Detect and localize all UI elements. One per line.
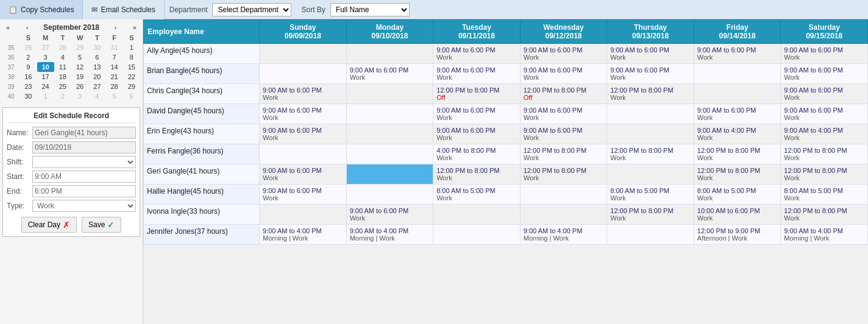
schedule-cell[interactable]: 12:00 PM to 8:00 PMWork (607, 84, 694, 104)
schedule-cell[interactable]: 9:00 AM to 6:00 PMWork (260, 104, 347, 124)
schedule-cell[interactable]: 12:00 PM to 9:00 PMAfternoon | Work (694, 225, 781, 245)
schedule-cell[interactable]: 9:00 AM to 6:00 PMWork (520, 64, 607, 84)
schedule-cell[interactable]: 12:00 PM to 8:00 PMWork (781, 205, 868, 225)
schedule-cell[interactable] (694, 64, 781, 84)
cal-day-cell[interactable]: 14 (106, 62, 123, 72)
schedule-cell[interactable]: 9:00 AM to 6:00 PMWork (433, 124, 521, 144)
schedule-cell[interactable] (260, 64, 347, 84)
copy-schedules-button[interactable]: 📋 Copy Schedules (0, 0, 83, 19)
cal-day-cell[interactable]: 30 (88, 43, 105, 52)
schedule-cell[interactable]: 9:00 AM to 6:00 PMWork (260, 185, 347, 205)
schedule-cell[interactable] (346, 44, 433, 64)
schedule-cell[interactable]: 12:00 PM to 8:00 PMWork (694, 144, 781, 164)
cal-day-cell[interactable]: 16 (20, 72, 37, 82)
schedule-cell[interactable]: 9:00 AM to 6:00 PMWork (781, 104, 868, 124)
cal-day-cell[interactable]: 29 (71, 43, 88, 52)
schedule-cell[interactable] (346, 84, 433, 104)
cal-day-cell[interactable]: 3 (37, 52, 54, 62)
schedule-cell[interactable] (346, 185, 433, 205)
schedule-cell[interactable]: 9:00 AM to 6:00 PMWork (520, 104, 607, 124)
schedule-cell[interactable]: 8:00 AM to 5:00 PMWork (694, 185, 781, 205)
schedule-cell[interactable] (520, 185, 607, 205)
start-input[interactable] (32, 171, 136, 183)
cal-day-cell[interactable]: 30 (20, 91, 37, 101)
schedule-cell[interactable]: 9:00 AM to 4:00 PMMorning | Work (346, 225, 433, 245)
cal-day-cell[interactable]: 1 (37, 91, 54, 101)
schedule-cell[interactable] (260, 144, 347, 164)
schedule-cell[interactable]: 9:00 AM to 4:00 PMMorning | Work (781, 225, 868, 245)
cal-day-cell[interactable]: 19 (71, 72, 88, 82)
cal-day-cell[interactable]: 5 (71, 52, 88, 62)
cal-next-next[interactable]: » (132, 24, 138, 31)
cal-day-cell[interactable]: 9 (20, 62, 37, 72)
cal-day-cell[interactable]: 27 (37, 43, 54, 52)
cal-day-cell[interactable]: 26 (71, 82, 88, 91)
schedule-cell[interactable] (520, 205, 607, 225)
save-button[interactable]: Save ✓ (82, 217, 121, 233)
schedule-cell[interactable] (346, 104, 433, 124)
schedule-cell[interactable]: 9:00 AM to 6:00 PMWork (260, 124, 347, 144)
schedule-cell[interactable]: 9:00 AM to 6:00 PMWork (694, 104, 781, 124)
cal-day-cell[interactable]: 4 (54, 52, 71, 62)
cal-day-cell[interactable]: 21 (106, 72, 123, 82)
cal-day-cell[interactable]: 18 (54, 72, 71, 82)
schedule-cell[interactable]: 12:00 PM to 8:00 PMWork (433, 164, 521, 185)
schedule-cell[interactable]: 12:00 PM to 8:00 PMWork (520, 164, 607, 185)
schedule-cell[interactable]: 9:00 AM to 6:00 PMWork (607, 64, 694, 84)
cal-day-cell[interactable]: 31 (106, 43, 123, 52)
cal-day-cell[interactable]: 10 (37, 62, 54, 72)
cal-day-cell[interactable]: 3 (71, 91, 88, 101)
cal-day-cell[interactable]: 25 (54, 82, 71, 91)
schedule-cell[interactable]: 9:00 AM to 6:00 PMWork (520, 44, 607, 64)
type-select[interactable]: Work (32, 200, 136, 212)
cal-day-cell[interactable]: 1 (123, 43, 140, 52)
cal-day-cell[interactable]: 29 (123, 82, 140, 91)
schedule-cell[interactable]: 9:00 AM to 6:00 PMWork (520, 124, 607, 144)
schedule-cell[interactable] (346, 144, 433, 164)
schedule-cell[interactable] (607, 164, 694, 185)
cal-day-cell[interactable]: 24 (37, 82, 54, 91)
schedule-cell[interactable] (607, 225, 694, 245)
schedule-cell[interactable]: 9:00 AM to 4:00 PMWork (694, 124, 781, 144)
schedule-cell[interactable] (433, 205, 521, 225)
cal-prev[interactable]: ‹ (25, 24, 30, 31)
schedule-cell[interactable] (607, 124, 694, 144)
cal-day-cell[interactable]: 2 (54, 91, 71, 101)
schedule-cell[interactable] (260, 205, 347, 225)
clear-day-button[interactable]: Clear Day ✗ (21, 217, 77, 233)
schedule-cell[interactable]: 12:00 PM to 8:00 PMOff (520, 84, 607, 104)
cal-day-cell[interactable]: 17 (37, 72, 54, 82)
schedule-cell[interactable]: 8:00 AM to 5:00 PMWork (433, 185, 521, 205)
schedule-cell[interactable]: 9:00 AM to 6:00 PMWork (260, 164, 347, 185)
cal-day-cell[interactable]: 13 (88, 62, 105, 72)
schedule-cell[interactable]: 12:00 PM to 8:00 PMOff (433, 84, 521, 104)
schedule-cell[interactable]: 9:00 AM to 6:00 PMWork (781, 64, 868, 84)
department-select[interactable]: Select Department (212, 3, 291, 16)
schedule-cell[interactable]: 8:00 AM to 5:00 PMWork (781, 185, 868, 205)
cal-day-cell[interactable]: 26 (20, 43, 37, 52)
schedule-cell[interactable]: 9:00 AM to 6:00 PMWork (433, 104, 521, 124)
cal-day-cell[interactable]: 5 (106, 91, 123, 101)
schedule-cell[interactable] (694, 84, 781, 104)
schedule-cell[interactable]: 10:00 AM to 6:00 PMWork (694, 205, 781, 225)
schedule-cell[interactable]: 9:00 AM to 6:00 PMWork (433, 64, 521, 84)
cal-day-cell[interactable]: 6 (123, 91, 140, 101)
schedule-cell[interactable]: 12:00 PM to 8:00 PMWork (607, 144, 694, 164)
end-input[interactable] (32, 185, 136, 197)
schedule-cell[interactable] (260, 44, 347, 64)
cal-day-cell[interactable]: 12 (71, 62, 88, 72)
sort-select[interactable]: Full Name (330, 3, 410, 16)
schedule-cell[interactable]: 12:00 PM to 8:00 PMWork (781, 144, 868, 164)
schedule-cell[interactable]: 9:00 AM to 6:00 PMWork (346, 205, 433, 225)
cal-day-cell[interactable]: 11 (54, 62, 71, 72)
cal-day-cell[interactable]: 20 (88, 72, 105, 82)
cal-prev-prev[interactable]: « (5, 24, 11, 31)
cal-day-cell[interactable]: 28 (106, 82, 123, 91)
schedule-cell[interactable] (346, 164, 433, 185)
schedule-cell[interactable]: 12:00 PM to 8:00 PMWork (607, 205, 694, 225)
schedule-cell[interactable]: 8:00 AM to 5:00 PMWork (607, 185, 694, 205)
schedule-cell[interactable]: 4:00 PM to 8:00 PMWork (433, 144, 521, 164)
schedule-cell[interactable]: 12:00 PM to 8:00 PMWork (520, 144, 607, 164)
schedule-cell[interactable]: 9:00 AM to 6:00 PMWork (433, 44, 521, 64)
cal-day-cell[interactable]: 23 (20, 82, 37, 91)
